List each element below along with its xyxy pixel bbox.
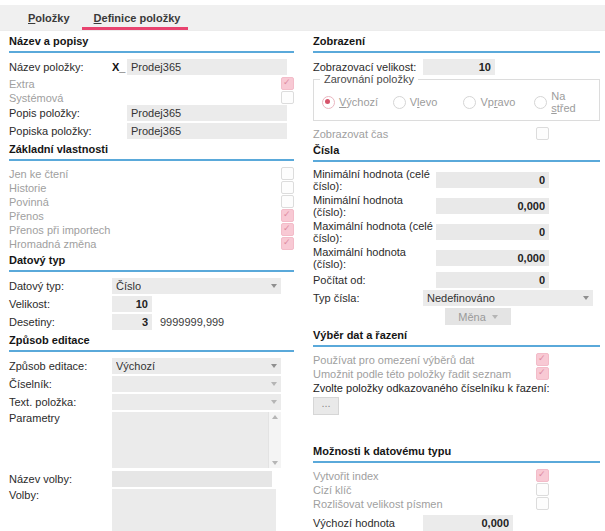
radio-vpravo[interactable]: Vpravo [463, 96, 534, 109]
tab-definice-label: D [94, 12, 102, 24]
hromadna-zmena-row: Hromadná změna [9, 237, 294, 250]
vytvorit-index-label: Vytvořit index [313, 470, 379, 482]
max-cislo-row: Maximální hodnota (číslo): [313, 246, 600, 270]
parametry-scrollbar[interactable] [268, 412, 281, 468]
tab-definice-polozky[interactable]: Definice položky [88, 5, 187, 30]
povinna-checkbox[interactable] [281, 195, 294, 208]
text-polozka-dropdown[interactable] [112, 394, 281, 410]
povinna-label: Povinná [9, 196, 49, 208]
popis-polozky-input[interactable] [127, 105, 287, 121]
velikost-label: Velikost: [9, 298, 112, 310]
mena-button[interactable]: Měna [445, 308, 511, 325]
pocitat-od-input[interactable] [436, 272, 549, 288]
field-type-icon: X_ [112, 61, 127, 73]
vytvorit-index-checkbox[interactable] [536, 469, 549, 482]
tab-polozky[interactable]: Položky [22, 5, 76, 30]
parametry-textarea[interactable] [112, 412, 281, 468]
pocitat-od-row: Počítat od: [313, 272, 600, 288]
parametry-row: Parametry [9, 412, 294, 468]
definice-polozky-window: Položky Definice položky Název a popisy … [0, 5, 605, 531]
prenos-importech-label: Přenos při importech [9, 224, 111, 236]
max-cele-row: Maximální hodnota (celé číslo): [313, 220, 600, 244]
datovy-typ-dropdown[interactable]: Číslo [112, 278, 281, 294]
section-datovy-typ: Datový typ [9, 254, 294, 272]
min-cislo-label: Minimální hodnota (číslo): [313, 194, 436, 218]
zpusob-editace-dropdown[interactable]: Výchozí [112, 358, 281, 374]
radio-vlevo[interactable]: Vlevo [393, 96, 464, 109]
min-cislo-row: Minimální hodnota (číslo): [313, 194, 600, 218]
historie-checkbox[interactable] [281, 181, 294, 194]
pouzivat-checkbox[interactable] [536, 353, 549, 366]
tab-bar: Položky Definice položky [0, 5, 605, 31]
jen-ke-cteni-label: Jen ke čtení [9, 168, 68, 180]
extra-checkbox[interactable] [281, 77, 294, 90]
zobrazovaci-velikost-input[interactable] [423, 59, 495, 75]
umoznit-checkbox[interactable] [536, 367, 549, 380]
popis-polozky-row: Popis položky: [9, 105, 294, 121]
nazev-polozky-input[interactable] [127, 59, 287, 75]
chevron-down-icon [492, 315, 498, 319]
umoznit-label: Umožnit podle této položky řadit seznam [313, 368, 511, 380]
ciselnik-dropdown[interactable] [112, 376, 281, 392]
desetiny-label: Desetiny: [9, 316, 112, 328]
typ-cisla-dropdown[interactable]: Nedefinováno [423, 290, 593, 306]
scroll-down-icon[interactable] [272, 461, 278, 465]
systemova-row: Systémová [9, 91, 294, 104]
zpusob-editace-row: Způsob editace: Výchozí [9, 358, 294, 374]
cizi-klic-checkbox[interactable] [536, 483, 549, 496]
hromadna-zmena-checkbox[interactable] [281, 237, 294, 250]
prenos-checkbox[interactable] [281, 209, 294, 222]
zpusob-editace-value: Výchozí [116, 360, 155, 372]
cizi-klic-row: Cizí klíč [313, 483, 600, 496]
max-cele-input[interactable] [436, 224, 549, 240]
extra-row: Extra [9, 77, 294, 90]
desetiny-range-hint: 9999999,999 [160, 316, 224, 328]
tab-active-underline [82, 27, 189, 30]
vychozi-hodnota-label: Výchozí hodnota [313, 517, 423, 529]
min-cele-label: Minimální hodnota (celé číslo): [313, 168, 436, 192]
systemova-checkbox[interactable] [281, 91, 294, 104]
pouzivat-label: Používat pro omezení výběrů dat [313, 354, 474, 366]
min-cele-input[interactable] [436, 172, 549, 188]
jen-ke-cteni-checkbox[interactable] [281, 167, 294, 180]
ciselnik-row: Číselník: [9, 376, 294, 392]
nazev-volby-row: Název volby: [9, 471, 294, 487]
zarovnani-radio-group: Výchozí Vlevo Vpravo Na střed [322, 90, 591, 114]
radio-vychozi[interactable]: Výchozí [322, 96, 393, 109]
historie-row: Historie [9, 181, 294, 194]
chevron-down-icon [271, 364, 277, 368]
section-cisla: Čísla [313, 144, 600, 162]
radio-button-icon [534, 96, 547, 109]
velikost-input[interactable] [112, 296, 152, 312]
radio-na-stred[interactable]: Na střed [534, 90, 591, 114]
section-zpusob-editace: Způsob editace [9, 334, 294, 352]
desetiny-input[interactable] [112, 314, 152, 330]
zarovnani-polozky-groupbox: Zarovnání položky Výchozí Vlevo Vpravo [313, 79, 600, 121]
scroll-up-icon[interactable] [272, 415, 278, 419]
min-cislo-input[interactable] [436, 198, 549, 214]
volby-textarea[interactable] [112, 489, 276, 531]
zobrazovat-cas-checkbox[interactable] [536, 127, 549, 140]
ellipsis-button-label: ... [321, 398, 330, 408]
cizi-klic-label: Cizí klíč [313, 484, 352, 496]
chevron-down-icon [271, 400, 277, 404]
radio-button-icon [463, 96, 476, 109]
umoznit-row: Umožnit podle této položky řadit seznam [313, 367, 600, 380]
parametry-label: Parametry [9, 412, 112, 424]
ellipsis-button[interactable]: ... [313, 397, 339, 415]
velikost-row: Velikost: [9, 296, 294, 312]
prenos-importech-row: Přenos při importech [9, 223, 294, 236]
nazev-volby-input[interactable] [112, 471, 272, 487]
systemova-label: Systémová [9, 92, 63, 104]
vychozi-hodnota-input[interactable] [423, 515, 513, 531]
popiska-polozky-input[interactable] [127, 123, 287, 139]
nazev-volby-label: Název volby: [9, 473, 112, 485]
prenos-importech-checkbox[interactable] [281, 223, 294, 236]
rozlisovat-label: Rozlišovat velikost písmen [313, 498, 443, 510]
max-cislo-input[interactable] [436, 250, 549, 266]
min-cele-row: Minimální hodnota (celé číslo): [313, 168, 600, 192]
max-cele-label: Maximální hodnota (celé číslo): [313, 220, 436, 244]
section-moznosti-k-datovemu-typu: Možnosti k datovému typu [313, 445, 600, 463]
rozlisovat-checkbox[interactable] [536, 497, 549, 510]
zvolte-polozky-label: Zvolte položky odkazovaného číselníku k … [313, 382, 600, 394]
